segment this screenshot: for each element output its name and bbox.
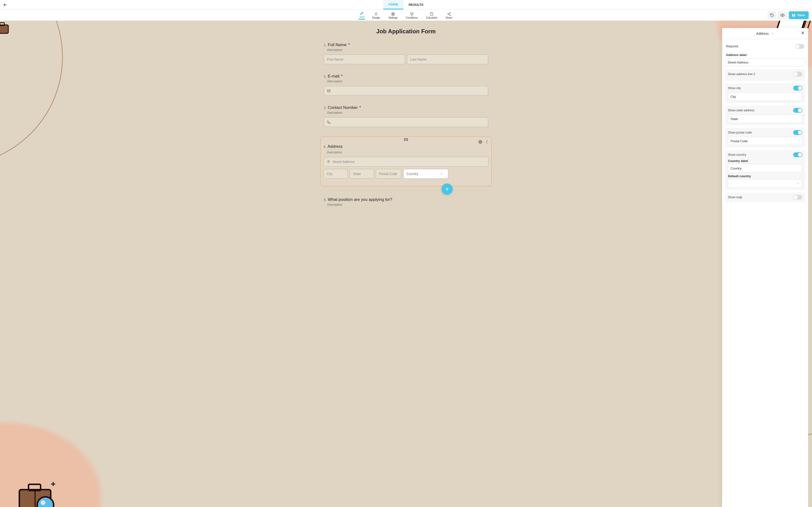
show-state-toggle[interactable] (793, 108, 802, 113)
svg-line-17 (448, 14, 450, 15)
toolbar: Edit Design Settings Conditions Calculat… (0, 10, 812, 21)
question-description[interactable]: Description (327, 80, 488, 83)
svg-point-13 (450, 12, 450, 13)
svg-point-18 (782, 14, 783, 16)
share-icon (447, 12, 451, 16)
app-header: FORM RESULTS (0, 0, 812, 10)
svg-point-14 (448, 13, 448, 14)
question-label: What position are you applying for? (328, 197, 392, 202)
field-settings-panel: Address Required Address label Street Ad… (722, 28, 808, 507)
show-postal-toggle[interactable] (793, 130, 802, 135)
default-country-select[interactable] (728, 179, 802, 187)
city-input[interactable]: City (323, 169, 348, 179)
save-icon (792, 13, 796, 17)
phone-input[interactable] (324, 117, 488, 127)
form-title[interactable]: Job Application Form (324, 28, 488, 35)
question-label: E-mail * (328, 74, 343, 79)
show-city-toggle[interactable] (793, 86, 802, 91)
panel-title: Address (756, 32, 768, 36)
address-label-input[interactable]: Street Address (725, 58, 805, 66)
show-line2-toggle[interactable] (793, 72, 802, 76)
required-toggle[interactable] (795, 44, 804, 49)
question-description[interactable]: Description (327, 111, 488, 114)
show-map-toggle[interactable] (793, 195, 802, 200)
svg-line-16 (448, 13, 450, 14)
question-description[interactable]: Description (327, 48, 488, 52)
drag-handle[interactable] (404, 138, 408, 141)
show-state-label: Show state address (728, 109, 755, 112)
svg-point-26 (37, 497, 54, 507)
street-address-input[interactable]: Street Address (323, 157, 489, 167)
question-settings-button[interactable] (478, 140, 483, 144)
save-button[interactable]: Save (789, 11, 809, 19)
tool-design[interactable]: Design (371, 11, 381, 19)
tool-calculator[interactable]: Calculator (425, 11, 439, 19)
svg-point-1 (393, 13, 394, 14)
chevron-down-icon (797, 182, 800, 185)
back-button[interactable] (0, 0, 10, 10)
show-country-toggle[interactable] (793, 152, 802, 157)
question-description[interactable]: Description (327, 151, 489, 154)
tool-calculator-label: Calculator (426, 16, 438, 19)
question-number: 1. (324, 44, 326, 47)
briefcase-search-decoration-icon: + (14, 475, 63, 507)
country-label-input[interactable]: Country (728, 164, 802, 172)
eye-icon (780, 13, 785, 18)
question-address[interactable]: 4. Address Description Street Address Ci… (320, 137, 492, 186)
question-number: 2. (324, 75, 326, 78)
panel-close-button[interactable] (801, 31, 805, 35)
postal-code-input[interactable]: Postal Code (376, 169, 401, 179)
question-label[interactable]: Address (327, 144, 343, 150)
svg-point-2 (410, 12, 411, 13)
chevron-down-icon[interactable] (771, 32, 774, 35)
last-name-input[interactable]: Last Name (407, 55, 488, 64)
gear-icon (391, 12, 395, 16)
question-contact-number[interactable]: 3. Contact Number * Description (324, 105, 488, 127)
tool-conditions-label: Conditions (406, 16, 418, 19)
show-map-label: Show map (728, 195, 742, 199)
svg-point-34 (487, 143, 487, 144)
question-number: 4. (323, 145, 326, 149)
show-postal-label: Show postal code (728, 131, 752, 134)
required-label: Required (726, 45, 738, 48)
svg-point-15 (450, 15, 450, 15)
droplet-icon (374, 12, 378, 16)
question-full-name[interactable]: 1. Full Name * Description First Name La… (324, 43, 488, 64)
postal-label-input[interactable]: Postal Code (728, 137, 802, 145)
question-number: 5. (324, 198, 326, 202)
tool-conditions[interactable]: Conditions (405, 11, 419, 19)
first-name-input[interactable]: First Name (324, 55, 405, 64)
default-country-heading: Default country (728, 174, 801, 178)
country-select[interactable]: Country (403, 169, 448, 179)
canvas: + Job Application Form 1. Full Name * De… (0, 21, 812, 507)
tool-share[interactable]: Share (445, 11, 453, 19)
city-label-input[interactable]: City (728, 93, 802, 101)
tool-edit-label: Edit (360, 15, 364, 18)
tool-edit[interactable]: Edit (359, 11, 365, 19)
state-label-input[interactable]: State (728, 115, 802, 123)
top-tabs: FORM RESULTS (383, 0, 429, 9)
tab-results[interactable]: RESULTS (403, 0, 429, 9)
add-question-button[interactable] (442, 183, 453, 194)
history-icon (770, 13, 774, 17)
question-email[interactable]: 2. E-mail * Description (324, 74, 488, 96)
question-position[interactable]: 5. What position are you applying for? D… (324, 197, 488, 207)
tool-settings[interactable]: Settings (388, 11, 399, 19)
tab-form[interactable]: FORM (383, 0, 403, 9)
briefcase-decoration-icon (0, 21, 11, 36)
question-label: Full Name * (328, 43, 350, 47)
history-button[interactable] (767, 11, 776, 19)
state-input[interactable]: State (350, 169, 374, 179)
address-label-heading: Address label (726, 53, 804, 57)
branches-icon (410, 12, 414, 16)
svg-point-3 (412, 12, 413, 13)
toolbar-right: Save (767, 11, 809, 19)
location-pin-icon (327, 160, 330, 163)
email-input[interactable] (324, 86, 488, 96)
panel-header: Address (722, 28, 808, 39)
svg-rect-19 (0, 25, 8, 33)
preview-button[interactable] (778, 11, 787, 19)
svg-text:+: + (51, 479, 56, 489)
question-description[interactable]: Description (327, 203, 488, 207)
question-more-button[interactable] (485, 140, 489, 144)
